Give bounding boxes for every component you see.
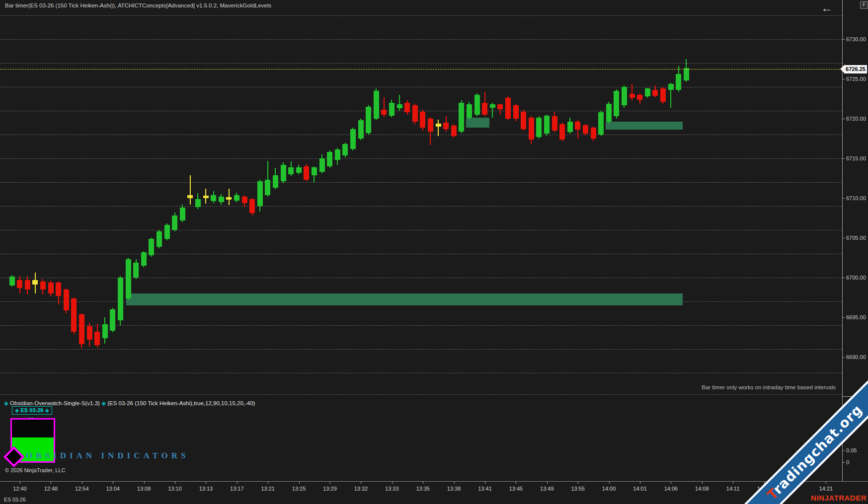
supply-zone xyxy=(126,293,683,305)
time-label: 13:35 xyxy=(416,486,430,492)
candle-body xyxy=(319,158,325,172)
candle-body xyxy=(559,124,565,139)
candle-body xyxy=(529,118,534,139)
candle-body xyxy=(335,149,340,160)
candle-body xyxy=(25,280,30,289)
time-tick xyxy=(392,482,393,484)
candle-body xyxy=(490,104,495,107)
gridline xyxy=(0,182,842,183)
candle-body xyxy=(195,199,201,207)
candle-body xyxy=(149,239,154,256)
candle-body xyxy=(660,88,666,102)
time-tick xyxy=(485,482,485,484)
time-tick xyxy=(268,482,268,484)
indicator-axis-label: 0 xyxy=(846,459,849,465)
instrument-badge-label: ES 03-26 xyxy=(21,407,44,413)
candle-body xyxy=(358,120,364,139)
time-label: 13:29 xyxy=(323,486,337,492)
price-label: 6700.00 xyxy=(846,275,866,281)
time-tick xyxy=(113,482,113,484)
time-tick xyxy=(175,482,175,484)
candle-body xyxy=(281,165,286,182)
time-tick xyxy=(330,482,330,484)
time-tick xyxy=(516,482,516,484)
candle-body xyxy=(544,116,550,134)
candle-body xyxy=(598,112,604,135)
candle-body xyxy=(102,324,108,338)
time-tick xyxy=(82,482,82,484)
candle-body xyxy=(118,278,123,320)
candle-body xyxy=(141,252,147,266)
candle-body xyxy=(482,103,487,115)
main-chart-panel[interactable]: Bar timer only works on intraday time ba… xyxy=(0,0,842,396)
candle-body xyxy=(304,166,309,180)
candle-body xyxy=(513,105,519,119)
candle-body xyxy=(40,282,46,289)
price-label: 6710.00 xyxy=(846,195,866,201)
candle-wick xyxy=(190,175,191,205)
indicator-header: ◈ Obsidian-Overwatch-Single-S(v1.3) ◈ (E… xyxy=(4,400,255,407)
time-label: 13:55 xyxy=(571,486,585,492)
time-axis-line xyxy=(0,481,868,482)
fixed-scale-icon[interactable]: F xyxy=(860,1,868,9)
candle-body xyxy=(87,326,92,340)
candle-body xyxy=(521,112,526,129)
indicator-name: Obsidian-Overwatch-Single-S(v1.3) xyxy=(10,400,100,406)
candle-body xyxy=(567,122,573,132)
time-tick xyxy=(733,482,733,484)
candle-body xyxy=(684,68,689,81)
gridline xyxy=(0,87,842,87)
candle-body xyxy=(126,259,131,298)
candle-body xyxy=(342,144,348,155)
back-arrow-icon[interactable]: ← xyxy=(821,1,833,15)
gridline xyxy=(0,254,842,254)
price-label: 6730.00 xyxy=(846,36,866,42)
instrument-badge: ◈ ES 03-26 ◈ xyxy=(12,406,52,415)
candle-body xyxy=(350,129,356,149)
time-label: 13:08 xyxy=(137,486,151,492)
candle-body xyxy=(110,309,115,331)
candle-body xyxy=(505,98,511,119)
candle-body xyxy=(234,195,239,201)
candle-body xyxy=(180,208,185,220)
price-label: 6725.00 xyxy=(846,76,866,82)
indicator-panel[interactable]: ◈ Obsidian-Overwatch-Single-S(v1.3) ◈ (E… xyxy=(0,396,842,481)
candle-body xyxy=(552,116,557,131)
time-label: 13:21 xyxy=(261,486,275,492)
candle-body xyxy=(296,167,302,173)
time-label: 13:04 xyxy=(106,486,120,492)
current-price-line xyxy=(0,69,842,70)
bar-timer-note: Bar timer only works on intraday time ba… xyxy=(702,384,836,390)
price-label: 6695.00 xyxy=(846,314,866,320)
candle-body xyxy=(265,180,270,195)
panel-splitter[interactable] xyxy=(0,394,842,395)
supply-zone xyxy=(606,122,683,130)
ninjatrader-logo: NINJATRADER xyxy=(811,494,867,502)
gridline xyxy=(0,230,842,230)
candle-body xyxy=(630,94,635,98)
candle-body xyxy=(157,231,162,246)
time-tick xyxy=(51,482,51,484)
price-axis[interactable]: F 6730.006725.006720.006715.006710.00670… xyxy=(842,0,868,396)
candle-body xyxy=(9,277,15,286)
current-price-marker: 6726.25 xyxy=(844,65,867,73)
time-tick xyxy=(640,482,640,484)
time-label: 13:38 xyxy=(447,486,461,492)
time-tick xyxy=(20,482,20,484)
candle-body xyxy=(273,175,278,188)
time-label: 13:17 xyxy=(230,486,244,492)
candle-body xyxy=(64,289,69,310)
time-tick xyxy=(237,482,237,484)
candle-body xyxy=(606,104,612,122)
diamond-icon: ◈ xyxy=(45,407,49,413)
ninjatrader-chart-window: Bar timer(ES 03-26 (150 Tick Heiken-Ashi… xyxy=(0,0,868,504)
candle-body xyxy=(79,314,84,345)
time-tick xyxy=(206,482,206,484)
time-axis[interactable]: 12:4012:4812:5413:0413:0813:1013:1313:17… xyxy=(0,481,868,504)
indicator-axis-label: 0.05 xyxy=(846,447,857,453)
candle-body xyxy=(288,167,294,174)
time-label: 13:33 xyxy=(385,486,399,492)
time-tick xyxy=(826,482,826,484)
candle-body xyxy=(451,126,457,136)
time-tick xyxy=(578,482,578,484)
